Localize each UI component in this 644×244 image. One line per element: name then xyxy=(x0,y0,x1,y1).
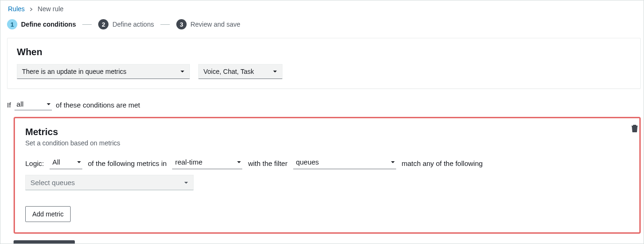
logic-scope-select[interactable]: All xyxy=(50,157,82,169)
logic-label: Logic: xyxy=(25,159,44,167)
trigger-value: There is an update in queue metrics xyxy=(22,68,126,75)
queues-multiselect[interactable]: Select queues xyxy=(25,175,194,190)
chevron-down-icon xyxy=(46,100,51,108)
step-number: 1 xyxy=(7,19,17,29)
step-connector xyxy=(82,24,92,25)
breadcrumb-root-link[interactable]: Rules xyxy=(8,5,25,13)
step-define-conditions[interactable]: 1 Define conditions xyxy=(7,19,76,29)
timeframe-select[interactable]: real-time xyxy=(172,157,242,169)
chevron-down-icon xyxy=(77,158,81,166)
step-label: Define actions xyxy=(112,21,154,28)
metrics-condition-block: Metrics Set a condition based on metrics… xyxy=(14,117,641,234)
condition-prefix: If xyxy=(7,101,11,109)
breadcrumb: Rules New rule xyxy=(7,5,641,13)
when-title: When xyxy=(17,47,631,57)
step-connector xyxy=(160,24,170,25)
delete-condition-button[interactable] xyxy=(631,124,640,134)
filter-type-select[interactable]: queues xyxy=(293,157,396,169)
chevron-down-icon xyxy=(237,158,241,166)
logic-text-2: with the filter xyxy=(248,159,287,167)
chevron-down-icon xyxy=(174,68,185,75)
trigger-select[interactable]: There is an update in queue metrics xyxy=(17,64,190,79)
step-define-actions[interactable]: 2 Define actions xyxy=(98,19,154,29)
metrics-title: Metrics xyxy=(25,127,631,137)
timeframe-value: real-time xyxy=(175,158,202,166)
step-label: Define conditions xyxy=(21,21,76,28)
add-condition-button[interactable]: + Add condition xyxy=(14,240,75,244)
chevron-right-icon xyxy=(29,5,33,13)
condition-match-line: If all of these conditions are met xyxy=(7,99,641,110)
wizard-steps: 1 Define conditions 2 Define actions 3 R… xyxy=(7,19,641,29)
logic-text-3: match any of the following xyxy=(402,159,483,167)
channels-select[interactable]: Voice, Chat, Task xyxy=(198,64,282,79)
metrics-logic-row: Logic: All of the following metrics in r… xyxy=(25,157,631,190)
step-number: 3 xyxy=(176,19,187,29)
match-mode-select[interactable]: all xyxy=(14,99,52,110)
metrics-subtitle: Set a condition based on metrics xyxy=(25,139,631,147)
chevron-down-icon xyxy=(177,179,188,187)
chevron-down-icon xyxy=(266,68,277,75)
channels-value: Voice, Chat, Task xyxy=(203,68,254,75)
add-metric-button[interactable]: Add metric xyxy=(25,206,71,222)
step-label: Review and save xyxy=(190,21,240,28)
match-mode-value: all xyxy=(16,100,23,108)
filter-type-value: queues xyxy=(296,158,319,166)
step-review-and-save[interactable]: 3 Review and save xyxy=(176,19,240,29)
logic-text-1: of the following metrics in xyxy=(88,159,166,167)
when-card: When There is an update in queue metrics… xyxy=(7,38,641,89)
chevron-down-icon xyxy=(391,158,395,166)
breadcrumb-current: New rule xyxy=(38,5,64,13)
add-metric-label: Add metric xyxy=(32,210,64,218)
condition-suffix: of these conditions are met xyxy=(56,101,140,109)
queues-placeholder: Select queues xyxy=(30,179,75,187)
logic-scope-value: All xyxy=(52,158,60,166)
step-number: 2 xyxy=(98,19,109,29)
